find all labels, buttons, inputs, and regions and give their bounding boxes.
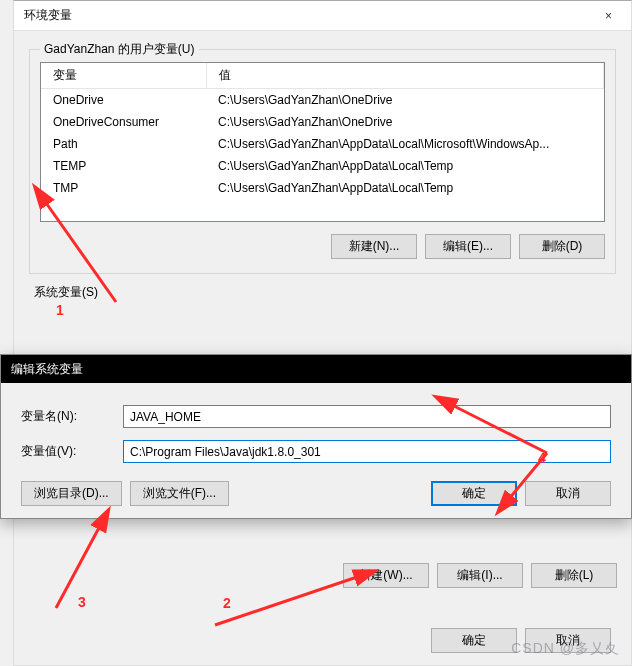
system-vars-buttons: 新建(W)... 编辑(I)... 删除(L) [28, 551, 617, 588]
dialog-title: 环境变量 [24, 7, 586, 24]
table-row[interactable]: PathC:\Users\GadYanZhan\AppData\Local\Mi… [41, 133, 604, 155]
user-delete-button[interactable]: 删除(D) [519, 234, 605, 259]
sys-delete-button[interactable]: 删除(L) [531, 563, 617, 588]
modal-titlebar[interactable]: 编辑系统变量 [1, 355, 631, 383]
edit-system-var-dialog: 编辑系统变量 变量名(N): 变量值(V): 浏览目录(D)... 浏览文件(F… [0, 354, 632, 519]
table-row[interactable]: OneDriveConsumerC:\Users\GadYanZhan\OneD… [41, 111, 604, 133]
sys-edit-button[interactable]: 编辑(I)... [437, 563, 523, 588]
user-vars-buttons: 新建(N)... 编辑(E)... 删除(D) [40, 234, 605, 259]
user-edit-button[interactable]: 编辑(E)... [425, 234, 511, 259]
user-vars-group: GadYanZhan 的用户变量(U) 变量 值 OneDriveC:\User… [29, 41, 616, 274]
user-vars-table: 变量 值 OneDriveC:\Users\GadYanZhan\OneDriv… [41, 63, 604, 199]
col-variable-header[interactable]: 变量 [41, 63, 206, 89]
var-name-input[interactable] [123, 405, 611, 428]
ok-button[interactable]: 确定 [431, 628, 517, 653]
user-new-button[interactable]: 新建(N)... [331, 234, 417, 259]
modal-cancel-button[interactable]: 取消 [525, 481, 611, 506]
var-name-label: 变量名(N): [21, 408, 101, 425]
sys-new-button[interactable]: 新建(W)... [343, 563, 429, 588]
col-value-header[interactable]: 值 [206, 63, 604, 89]
modal-ok-button[interactable]: 确定 [431, 481, 517, 506]
table-row[interactable]: OneDriveC:\Users\GadYanZhan\OneDrive [41, 89, 604, 112]
browse-dir-button[interactable]: 浏览目录(D)... [21, 481, 122, 506]
dialog-titlebar[interactable]: 环境变量 × [14, 1, 631, 31]
browse-file-button[interactable]: 浏览文件(F)... [130, 481, 229, 506]
table-row[interactable]: TMPC:\Users\GadYanZhan\AppData\Local\Tem… [41, 177, 604, 199]
modal-title: 编辑系统变量 [11, 361, 83, 378]
user-vars-group-label: GadYanZhan 的用户变量(U) [40, 41, 199, 58]
var-value-input[interactable] [123, 440, 611, 463]
watermark: CSDN @多乂夊 [511, 640, 620, 658]
env-var-dialog: 环境变量 × GadYanZhan 的用户变量(U) 变量 值 OneDrive… [13, 0, 632, 666]
table-row[interactable]: TEMPC:\Users\GadYanZhan\AppData\Local\Te… [41, 155, 604, 177]
user-vars-table-container[interactable]: 变量 值 OneDriveC:\Users\GadYanZhan\OneDriv… [40, 62, 605, 222]
system-vars-group-label: 系统变量(S) [34, 284, 611, 301]
var-value-label: 变量值(V): [21, 443, 101, 460]
close-icon[interactable]: × [586, 1, 631, 31]
